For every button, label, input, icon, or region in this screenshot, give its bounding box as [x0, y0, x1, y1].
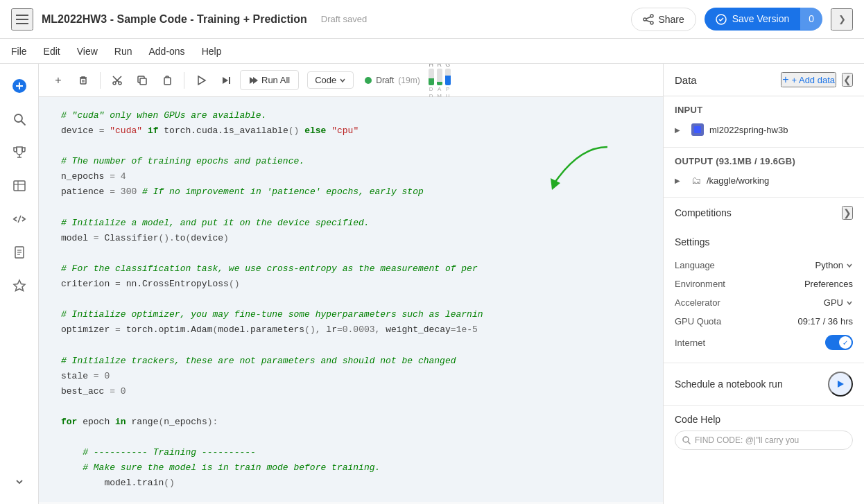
top-bar-right: Share Save Version 0 ❯ — [631, 8, 853, 31]
input-item-icon — [691, 123, 704, 136]
session-label: Draft — [376, 76, 394, 85]
svg-line-19 — [18, 216, 21, 223]
code-line-comment2: # The number of training epochs and pati… — [61, 156, 304, 166]
output-expand-icon[interactable]: ▶ — [675, 177, 686, 184]
code-help-title: Code Help — [675, 414, 853, 425]
input-expand-icon[interactable]: ▶ — [675, 126, 686, 134]
main-content: + Run All — [0, 64, 864, 504]
settings-accelerator-value: GPU — [824, 297, 843, 308]
settings-gpu-quota-label: GPU Quota — [675, 316, 721, 327]
code-line-modeltrain: model.train() — [83, 478, 175, 488]
sidebar-icon-document[interactable] — [6, 238, 33, 266]
folder-icon: 🗂 — [691, 175, 701, 186]
toolbar: + Run All — [39, 64, 663, 97]
add-cell-button[interactable]: + — [47, 69, 69, 92]
accelerator-dropdown[interactable]: GPU — [824, 297, 853, 308]
code-cell[interactable]: # "cuda" only when GPUs are available. d… — [39, 97, 663, 502]
svg-point-4 — [643, 18, 646, 21]
svg-point-3 — [650, 15, 653, 17]
settings-environment-label: Environment — [675, 279, 725, 289]
code-line-comment1: # "cuda" only when GPUs are available. — [61, 110, 266, 121]
session-status-dot — [365, 77, 372, 84]
collapse-sidebar-button[interactable]: ❮ — [842, 73, 853, 87]
toggle-check-icon: ✓ — [843, 339, 848, 347]
code-container[interactable]: # "cuda" only when GPUs are available. d… — [39, 97, 663, 504]
toolbar-divider-2 — [184, 72, 184, 89]
sidebar-icon-search[interactable] — [6, 105, 33, 133]
sidebar-icon-plus[interactable] — [6, 72, 33, 100]
svg-point-5 — [650, 21, 653, 24]
sidebar-icon-chevron-down[interactable] — [6, 468, 33, 496]
code-line-comment6: # Initialize trackers, these are not par… — [61, 356, 456, 366]
menu-file[interactable]: File — [11, 43, 27, 60]
cell-type-label: Code — [315, 75, 336, 85]
right-sidebar: Data + + Add data ❮ Input ▶ ml2022spring… — [663, 64, 864, 504]
resource-bars: H D D R A M G P U — [429, 64, 451, 99]
draft-saved: Draft saved — [321, 14, 367, 24]
svg-line-6 — [646, 17, 650, 19]
skip-run-button[interactable] — [215, 69, 237, 92]
delete-cell-button[interactable] — [72, 69, 94, 92]
settings-row-accelerator: Accelerator GPU — [675, 293, 853, 312]
svg-rect-25 — [80, 78, 86, 84]
svg-marker-41 — [838, 381, 844, 388]
settings-section: Settings Language Python Environment Pre… — [664, 228, 864, 363]
competitions-expand-icon[interactable]: ❯ — [842, 206, 853, 220]
svg-line-7 — [646, 20, 650, 21]
code-line-comment5: # Initialize optimizer, you may fine-tun… — [61, 309, 483, 320]
save-version-button[interactable]: Save Version 0 — [705, 8, 822, 31]
svg-point-29 — [119, 82, 121, 85]
code-line-model: model = Classifier().to(device) — [61, 233, 229, 243]
input-item-name: ml2022spring-hw3b — [709, 125, 788, 135]
sidebar-icon-trophy[interactable] — [6, 139, 33, 166]
sidebar-icon-code[interactable] — [6, 205, 33, 233]
settings-title: Settings — [675, 236, 853, 247]
svg-rect-2 — [16, 23, 28, 24]
internet-toggle[interactable]: ✓ — [825, 335, 853, 350]
menu-view[interactable]: View — [77, 43, 98, 60]
expand-sidebar-icon[interactable]: ❯ — [831, 8, 853, 31]
menu-bar: File Edit View Run Add-ons Help — [0, 39, 864, 64]
svg-point-12 — [15, 114, 22, 122]
settings-language-value: Python — [815, 260, 843, 270]
code-line-bestacc: best_acc = 0 — [61, 386, 126, 397]
add-data-button[interactable]: + + Add data — [781, 72, 836, 87]
input-item[interactable]: ▶ ml2022spring-hw3b — [675, 121, 853, 139]
competitions-title: Competitions — [675, 207, 732, 218]
competitions-section: Competitions ❯ — [664, 198, 864, 228]
code-line-optimizer: optimizer = torch.optim.Adam(model.param… — [61, 324, 478, 335]
sidebar-icon-table[interactable] — [6, 172, 33, 200]
menu-help[interactable]: Help — [202, 43, 222, 60]
sidebar-icon-star[interactable] — [6, 272, 33, 299]
copy-button[interactable] — [131, 69, 153, 92]
paste-button[interactable] — [156, 69, 178, 92]
language-dropdown[interactable]: Python — [815, 260, 853, 270]
find-code-input-container[interactable]: FIND CODE: @|"ll carry you — [675, 431, 853, 450]
cut-button[interactable] — [106, 69, 128, 92]
menu-icon[interactable] — [11, 8, 33, 31]
output-item[interactable]: ▶ 🗂 /kaggle/working — [675, 172, 853, 189]
code-line-stale: stale = 0 — [61, 371, 110, 381]
menu-addons[interactable]: Add-ons — [148, 43, 184, 60]
settings-gpu-quota-value: 09:17 / 36 hrs — [798, 316, 854, 327]
settings-row-internet: Internet ✓ — [675, 331, 853, 354]
schedule-label: Schedule a notebook run — [675, 379, 783, 390]
find-code-placeholder: FIND CODE: @|"ll carry you — [695, 435, 799, 445]
svg-rect-32 — [140, 78, 146, 85]
output-section: Output (93.1MB / 19.6GB) ▶ 🗂 /kaggle/wor… — [664, 148, 864, 198]
cell-type-select[interactable]: Code — [307, 71, 354, 89]
run-cell-button[interactable] — [190, 69, 212, 92]
save-version-count: 0 — [800, 8, 822, 30]
toolbar-divider-1 — [100, 72, 101, 89]
menu-edit[interactable]: Edit — [44, 43, 60, 60]
schedule-section: Schedule a notebook run — [664, 363, 864, 405]
code-line-comment4: # For the classification task, we use cr… — [61, 263, 478, 274]
code-line-comment8: # Make sure the model is in train mode b… — [83, 462, 380, 473]
run-all-button[interactable]: Run All — [240, 70, 299, 90]
share-button[interactable]: Share — [631, 8, 695, 31]
settings-row-environment: Environment Preferences — [675, 275, 853, 293]
menu-run[interactable]: Run — [114, 43, 132, 60]
schedule-play-button[interactable] — [828, 372, 853, 397]
svg-rect-16 — [14, 181, 25, 191]
editor-area: + Run All — [39, 64, 663, 504]
